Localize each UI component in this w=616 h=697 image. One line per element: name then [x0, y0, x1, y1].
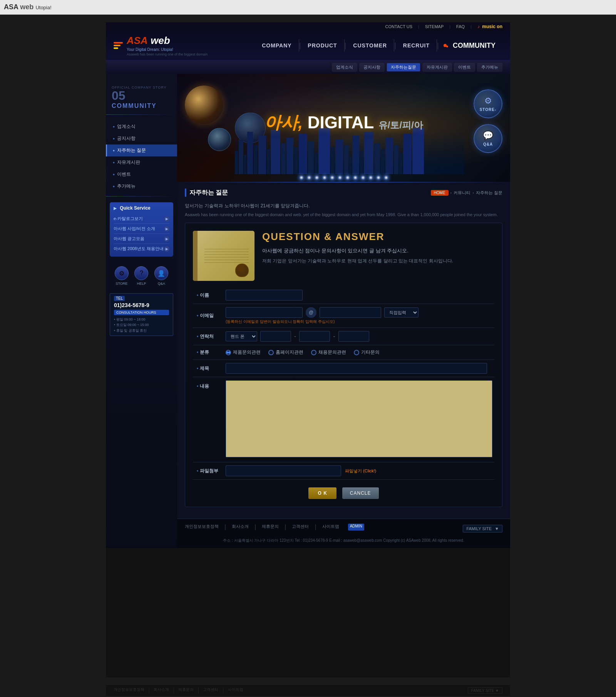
- footer-link-privacy[interactable]: 개인정보보호정책: [185, 524, 219, 531]
- qa-icon: 💬: [483, 131, 493, 141]
- nav-company[interactable]: COMPANY: [255, 39, 299, 52]
- breadcrumb: HOME › 커뮤니티 › 자주하는 질문: [431, 190, 502, 196]
- sidebar-qa-icon[interactable]: 👤 Q&A: [154, 266, 168, 286]
- contact-type-select[interactable]: 핸드 폰 집전화 회사전화: [226, 331, 257, 341]
- qs-item-4[interactable]: 아사웹 2008년도 채용안내 ▶: [114, 244, 169, 254]
- bottom-family-site[interactable]: FAMILY SITE ▼: [468, 687, 502, 694]
- logo-bar-3: [114, 47, 118, 49]
- form-row-contact: 연락처 핸드 폰 집전화 회사전화 -: [193, 328, 494, 345]
- light-9: [361, 175, 365, 180]
- title-label: 제목: [193, 360, 224, 377]
- sidebar-item-events[interactable]: 이벤트: [106, 168, 177, 180]
- title-field: [224, 360, 494, 377]
- contact-num3[interactable]: [338, 331, 369, 342]
- bottom-link-1[interactable]: 개인정보보호정책: [114, 687, 144, 694]
- sidebar-store-icon[interactable]: ⚙ STORE: [115, 266, 129, 286]
- email-row: @ 직접입력 gmail.com naver.com daum.net: [226, 307, 492, 318]
- name-field: [224, 287, 494, 304]
- store-circle: ⚙: [115, 266, 129, 280]
- contact-us-link[interactable]: CONTACT US: [385, 24, 413, 29]
- content-field: [224, 377, 494, 462]
- breadcrumb-path2: 자주하는 질문: [476, 190, 502, 196]
- line-2: [204, 252, 249, 252]
- f-sep4: |: [315, 524, 316, 531]
- sidebar-item-industry[interactable]: 업계소식: [106, 121, 177, 133]
- sub-nav-notice[interactable]: 공지사항: [359, 63, 385, 72]
- sidebar-help-icon[interactable]: ? HELP: [134, 266, 148, 286]
- name-input[interactable]: [226, 290, 303, 301]
- sidebar-divider: [106, 114, 177, 115]
- contact-num1[interactable]: [260, 331, 291, 342]
- banner-qa-btn[interactable]: 💬 Q&A: [474, 124, 502, 153]
- sidebar-item-more[interactable]: 추가메뉴: [106, 180, 177, 192]
- footer-link-partner[interactable]: 제휴문의: [262, 524, 279, 531]
- qs-arrow-3: ▶: [164, 236, 169, 242]
- qs-arrow-4: ▶: [164, 246, 169, 252]
- sub-nav-faq[interactable]: 자주하는질문: [387, 63, 420, 72]
- sitemap-link[interactable]: SITEMAP: [425, 24, 444, 29]
- qs-item-1[interactable]: e-카탈로그보기 ▶: [114, 214, 169, 224]
- bottom-link-5[interactable]: 사이트맵: [228, 687, 243, 694]
- banner-title-kr2: 유/토/피/아: [378, 120, 423, 130]
- store-label: STORE: [116, 282, 127, 286]
- bottom-link-2[interactable]: 회사소개: [154, 687, 169, 694]
- sub-nav-more[interactable]: 추가메뉴: [477, 63, 502, 72]
- logo-asa: ASA: [127, 35, 148, 46]
- nav-product[interactable]: PRODUCT: [301, 39, 344, 52]
- email-input-local[interactable]: [226, 307, 303, 318]
- bottom-link-3[interactable]: 제휴문의: [178, 687, 194, 694]
- cancel-button[interactable]: CANCLE: [342, 487, 379, 499]
- sub-nav-board[interactable]: 자유게시판: [422, 63, 452, 72]
- radio-group: 제품문의관련 홈페이지관련 채용문의관련: [226, 349, 492, 356]
- breadcrumb-sep1: ›: [450, 190, 452, 195]
- file-label: 파일첨부: [193, 462, 224, 480]
- sidebar-item-notice[interactable]: 공지사항: [106, 133, 177, 144]
- footer-link-about[interactable]: 회사소개: [232, 524, 249, 531]
- radio-product[interactable]: 제품문의관련: [226, 349, 261, 356]
- sub-nav-events[interactable]: 이벤트: [454, 63, 475, 72]
- email-label: 이메일: [193, 304, 224, 328]
- sidebar-item-board[interactable]: 자유게시판: [106, 156, 177, 168]
- nav-customer[interactable]: CUSTOMER: [346, 39, 394, 52]
- content-label: 내용: [193, 377, 224, 462]
- email-input-domain[interactable]: [320, 307, 381, 318]
- qa-header: QUESTION & ANSWER 아사웹에 궁금하신 점이나 문의사항이 있으…: [193, 231, 494, 281]
- file-click-btn[interactable]: 파일넣기 (Click!): [345, 468, 376, 474]
- family-site-dropdown[interactable]: FAMILY SITE ▼: [463, 525, 502, 532]
- radio-other[interactable]: 기타문의: [354, 349, 380, 356]
- banner-sphere-1: [185, 86, 223, 124]
- form-row-email: 이메일 @ 직접입력 gmail.com naver.com: [193, 304, 494, 328]
- nav-community[interactable]: ● COMMUNITY: [439, 39, 502, 53]
- contact-num2[interactable]: [299, 331, 330, 342]
- light-5: [330, 175, 335, 180]
- radio-homepage[interactable]: 홈페이지관련: [268, 349, 303, 356]
- light-2: [307, 175, 311, 180]
- footer-link-sitemap[interactable]: 사이트맵: [322, 524, 339, 531]
- admin-badge: ADMIN: [348, 524, 364, 531]
- content-textarea[interactable]: [226, 380, 492, 457]
- ok-button[interactable]: O K: [308, 487, 336, 499]
- qs-item-2[interactable]: 아사웹 사업/비전 소개 ▶: [114, 224, 169, 234]
- footer-link-support[interactable]: 고객센터: [292, 524, 309, 531]
- qa-title-area: QUESTION & ANSWER 아사웹에 궁금하신 점이나 문의사항이 있으…: [262, 231, 494, 264]
- store-icon: ⚙: [484, 96, 492, 106]
- banner-store-btn[interactable]: ⚙ STORE-: [474, 89, 502, 118]
- faq-link[interactable]: FAQ: [456, 24, 465, 29]
- sub-nav-industry[interactable]: 업계소식: [332, 63, 357, 72]
- nav-recruit[interactable]: RECRUIT: [396, 39, 437, 52]
- heading-bar: [185, 188, 186, 197]
- coffee-cup: [235, 264, 249, 277]
- sidebar-section-title: COMMUNITY: [112, 102, 171, 109]
- light-12: [384, 175, 388, 180]
- utility-bar: CONTACT US | SITEMAP | FAQ | ♪ music on: [106, 22, 510, 31]
- radio-recruit[interactable]: 채용문의관련: [311, 349, 346, 356]
- bottom-link-4[interactable]: 고객센터: [203, 687, 218, 694]
- title-input[interactable]: [226, 363, 487, 374]
- email-domain-select[interactable]: 직접입력 gmail.com naver.com daum.net: [384, 307, 418, 317]
- bottom-footer-bar: 개인정보보호정책 | 회사소개 | 제휴문의 | 고객센터 | 사이트맵 FAM…: [106, 685, 510, 696]
- qa-section: QUESTION & ANSWER 아사웹에 궁금하신 점이나 문의사항이 있으…: [185, 223, 502, 507]
- light-1: [299, 175, 304, 180]
- dropdown-arrow-icon: ▼: [495, 526, 499, 531]
- qs-item-3[interactable]: 아사웹 광고모음 ▶: [114, 234, 169, 244]
- sidebar-item-faq[interactable]: 자주하는 질문: [106, 144, 177, 156]
